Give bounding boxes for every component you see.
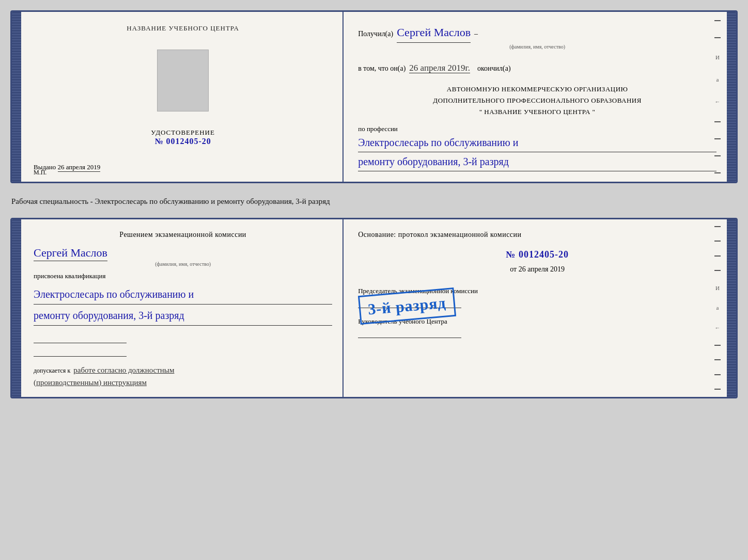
fio-label-2: (фамилия, имя, отчество) [34,261,332,267]
certificate-card: НАЗВАНИЕ УЧЕБНОГО ЦЕНТРА УДОСТОВЕРЕНИЕ №… [10,10,738,183]
deco-dash [714,121,721,122]
allowed-handwritten: работе согласно должностным [73,366,174,374]
page-wrapper: НАЗВАНИЕ УЧЕБНОГО ЦЕНТРА УДОСТОВЕРЕНИЕ №… [10,10,738,398]
protocol-date: от 26 апреля 2019 [358,265,716,274]
qualification-card: Решением экзаменационной комиссии Сергей… [10,218,738,398]
org-line2: ДОПОЛНИТЕЛЬНОГО ПРОФЕССИОНАЛЬНОГО ОБРАЗО… [433,97,641,104]
deco-letter-a: а [716,76,719,83]
qual-right-panel: И а ← Основание: протокол экзаменационно… [344,219,727,397]
received-line: Получил(а) Сергей Маслов – (фамилия, имя… [358,23,716,51]
org-line1: АВТОНОМНУЮ НЕКОММЕРЧЕСКУЮ ОРГАНИЗАЦИЮ [447,85,628,93]
qual-left-panel: Решением экзаменационной комиссии Сергей… [21,219,344,397]
basis-title: Основание: протокол экзаменационной коми… [358,231,716,239]
deco-dash [714,138,721,139]
deco-letter-i2: И [715,285,720,291]
name-block2: Сергей Маслов (фамилия, имя, отчество) [34,246,332,267]
deco-dash [714,172,721,173]
fio-label-1: (фамилия, имя, отчество) [358,43,716,51]
head-block: Руководитель учебного Центра [358,317,716,338]
qualification-inner: Решением экзаменационной комиссии Сергей… [21,219,727,397]
org-line3: " НАЗВАНИЕ УЧЕБНОГО ЦЕНТРА " [479,108,596,116]
decision-title: Решением экзаменационной комиссии [34,231,332,239]
deco-dash [714,359,721,360]
cert-left-panel: НАЗВАНИЕ УЧЕБНОГО ЦЕНТРА УДОСТОВЕРЕНИЕ №… [21,12,344,182]
profession-line1: Электрослесарь по обслуживанию и [358,133,716,152]
cert-label: УДОСТОВЕРЕНИЕ [151,129,215,137]
cert-right-panel: И а ← Получил(а) Сергей Маслов – (фамили… [344,12,727,182]
right-deco-lines: И а ← [712,12,723,182]
qualification-line1: Электрослесарь по обслуживанию и [34,284,332,305]
org-name-top: НАЗВАНИЕ УЧЕБНОГО ЦЕНТРА [127,24,239,33]
deco-letter-a2: а [716,305,719,311]
profession-line2: ремонту оборудования, 3-й разряд [358,152,716,171]
in-that-line: в том, что он(а) 26 апреля 2019г. окончи… [358,60,716,76]
sig-line-2 [34,346,127,357]
deco-letter-arrow: ← [715,99,721,105]
profession-block: по профессии Электрослесарь по обслужива… [358,125,716,171]
right-deco-lines-2: И а ← [712,219,723,397]
in-that-prefix: в том, что он(а) [358,65,406,72]
allowed-handwritten2: (производственным) инструкциям [34,378,147,387]
deco-dash [714,241,721,242]
qual-name: Сергей Маслов [34,246,107,261]
deco-letter-arrow2: ← [715,325,721,331]
deco-dash [714,37,721,38]
cert-number-block: УДОСТОВЕРЕНИЕ № 0012405-20 [151,129,215,146]
org-text: АВТОНОМНУЮ НЕКОММЕРЧЕСКУЮ ОРГАНИЗАЦИЮ ДО… [358,84,716,118]
cert-number: № 0012405-20 [151,137,215,146]
deco-dash [714,345,721,346]
deco-dash [714,155,721,156]
completed-suffix: окончил(а) [477,65,511,72]
deco-dash [714,270,721,271]
issued-line: Выдано 26 апреля 2019 [34,163,332,171]
mp-label: М.П. [34,169,46,177]
profession-prefix: по профессии [358,125,398,133]
assigned-text: присвоена квалификация [34,272,332,280]
photo-placeholder [157,50,209,111]
certificate-inner: НАЗВАНИЕ УЧЕБНОГО ЦЕНТРА УДОСТОВЕРЕНИЕ №… [21,12,727,182]
deco-dash [714,226,721,227]
head-sig-line [358,328,461,338]
deco-letter-i: И [715,54,720,60]
protocol-number: № 0012405-20 [358,249,716,260]
deco-dash [714,389,721,390]
signature-lines [34,333,332,357]
recipient-name: Сергей Маслов [397,23,471,43]
completed-date: 26 апреля 2019г. [409,63,470,73]
deco-dash [714,374,721,375]
allowed-prefix: допускается к [34,367,70,374]
deco-dash [714,255,721,257]
deco-dash [714,20,721,21]
between-text: Рабочая специальность - Электрослесарь п… [10,193,738,209]
qualification-line2: ремонту оборудования, 3-й разряд [34,306,332,326]
received-prefix: Получил(а) [358,30,393,38]
sig-line-1 [34,333,127,343]
allowed-text-block: допускается к работе согласно должностны… [34,364,332,389]
